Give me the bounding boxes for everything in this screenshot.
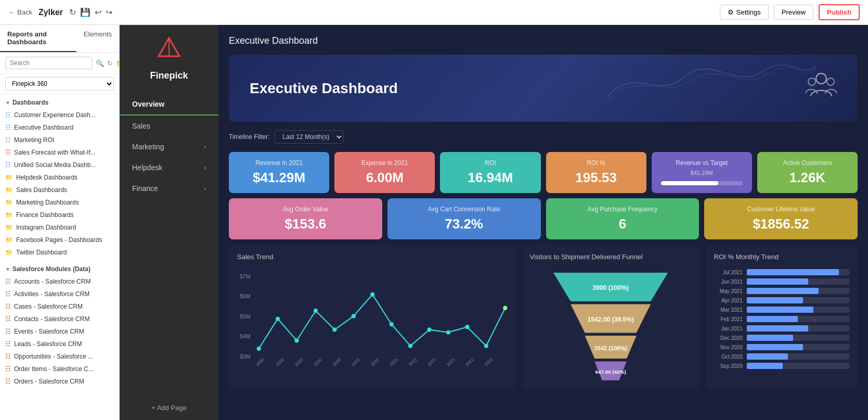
chevron-right-icon: › (204, 144, 206, 150)
undo-icon[interactable]: ↩ (95, 7, 101, 17)
nav-item-helpdesk[interactable]: Helpdesk › (120, 157, 218, 178)
back-button[interactable]: ← Back (8, 8, 32, 16)
nav-menu: Overview Sales Marketing › Helpdesk › Fi… (120, 94, 218, 396)
main-layout: Reports and Dashboards Elements 🔍 ↻ 📁 Fi… (0, 25, 868, 420)
list-item[interactable]: ☷ Activities - Salesforce CRM (0, 288, 119, 300)
redo-icon[interactable]: ↪ (106, 7, 112, 17)
svg-text:2021: 2021 (407, 357, 418, 367)
roi-bar-row: Feb 2021 (714, 316, 849, 322)
metric-card-revenue: Revenue in 2021 $41.29M (229, 152, 329, 193)
tree-section-dashboards: ▼ Dashboards (0, 96, 119, 109)
tree-folder-twitter[interactable]: 📁 Twitter Dashboard (0, 246, 119, 259)
svg-point-19 (332, 327, 336, 332)
tree-folder-helpdesk[interactable]: 📁 Helpdesk Dashboards (0, 171, 119, 184)
tree-folder-finance[interactable]: 📁 Finance Dashboards (0, 209, 119, 221)
roi-bar-row: Jun 2021 (714, 278, 849, 285)
table-icon: ☷ (5, 315, 11, 323)
tree-folder-instagram[interactable]: 📁 Instagram Dashboard (0, 221, 119, 234)
svg-point-3 (808, 78, 815, 85)
workspace-select[interactable]: Finepick 360 (5, 77, 114, 91)
sales-trend-chart-card: Sales Trend $7M $6M $5M $4M $3M (229, 245, 516, 390)
left-sidebar: Reports and Dashboards Elements 🔍 ↻ 📁 Fi… (0, 25, 120, 420)
save-icon[interactable]: 💾 (80, 7, 90, 17)
list-item[interactable]: ☷ Accounts - Salesforce CRM (0, 275, 119, 288)
main-content: Executive Dashboard Executive Dashboard (218, 25, 868, 420)
nav-item-finance[interactable]: Finance › (120, 178, 218, 199)
timeline-select[interactable]: Last 12 Month(s) (275, 130, 344, 144)
list-item[interactable]: ☷ Executive Dashboard (0, 121, 119, 134)
svg-text:2021: 2021 (445, 357, 456, 367)
table-icon: ☷ (5, 340, 11, 348)
list-item[interactable]: ☷ Opportunities - Salesforce ... (0, 350, 119, 363)
svg-text:$4M: $4M (240, 334, 250, 339)
svg-point-28 (503, 306, 507, 310)
roi-trend-title: ROI % Monthly Trend (714, 253, 849, 261)
funnel-body: 3900 (100%) 1542.00 (39.5%) 1542 (100%) … (529, 267, 692, 381)
svg-point-4 (827, 78, 834, 85)
svg-text:2020: 2020 (275, 357, 285, 367)
topbar-icons: ↻ 💾 ↩ ↪ (69, 7, 112, 17)
roi-bars: Jul 2021 Jun 2021 May 2021 Apr 2021 (714, 267, 849, 369)
svg-point-20 (352, 314, 356, 318)
svg-text:$5M: $5M (240, 314, 250, 320)
tab-reports-dashboards[interactable]: Reports and Dashboards (0, 25, 76, 52)
table-icon: ☷ (5, 365, 11, 373)
metric-card-active-customers: Active Customers 1.26K (757, 152, 858, 193)
sales-trend-body: $7M $6M $5M $4M $3M (237, 267, 508, 381)
list-item[interactable]: ☷ Cases - Salesforce CRM (0, 300, 119, 313)
svg-point-23 (408, 343, 412, 348)
tree-folder-marketing[interactable]: 📁 Marketing Dashboards (0, 196, 119, 209)
nav-item-sales[interactable]: Sales (120, 116, 218, 136)
roi-bar-row: Nov 2020 (714, 344, 849, 350)
roi-bar-track (747, 278, 849, 285)
table-icon: ☷ (5, 378, 11, 385)
progress-bar-fill (661, 181, 718, 185)
list-item[interactable]: ☷ Contacts - Salesforce CRM (0, 313, 119, 325)
preview-button[interactable]: Preview (774, 5, 813, 20)
tree-folder-sales[interactable]: 📁 Sales Dashboards (0, 184, 119, 196)
sales-trend-svg: $7M $6M $5M $4M $3M (237, 267, 508, 381)
list-item[interactable]: ☷ Marketing ROI (0, 134, 119, 146)
grid-icon: ☷ (5, 161, 11, 169)
list-item[interactable]: ☷ Order Items - Salesforce C... (0, 363, 119, 375)
metric-card-lifetime-value: Customer Lifetime Value $1856.52 (704, 198, 858, 239)
metrics-row-1: Revenue in 2021 $41.29M Expense in 2021 … (229, 152, 858, 193)
nav-item-overview[interactable]: Overview (120, 94, 218, 116)
sidebar-refresh-icon[interactable]: ↻ (107, 59, 113, 67)
topbar: ← Back Zylker ↻ 💾 ↩ ↪ ⚙ Settings Preview… (0, 0, 868, 25)
list-item[interactable]: ☷ Unified Social Media Dashb... (0, 159, 119, 171)
roi-bar-row: Dec 2020 (714, 335, 849, 341)
nav-item-marketing[interactable]: Marketing › (120, 136, 218, 157)
publish-button[interactable]: Publish (819, 4, 860, 20)
new-folder-icon[interactable]: 📁 (116, 59, 120, 67)
list-item[interactable]: ☷ Leads - Salesforce CRM (0, 338, 119, 350)
funnel-chart-card: Visitors to Shipment Delivered Funnel 39… (521, 245, 700, 390)
funnel-title: Visitors to Shipment Delivered Funnel (529, 253, 692, 261)
svg-point-16 (276, 316, 280, 321)
metric-card-cart-conversion: Avg Cart Conversion Rate 73.2% (387, 198, 541, 239)
svg-text:2021: 2021 (464, 357, 475, 367)
roi-bar-row: May 2021 (714, 288, 849, 294)
refresh-icon[interactable]: ↻ (69, 7, 76, 17)
svg-text:$7M: $7M (240, 274, 250, 279)
tree-folder-facebook[interactable]: 📁 Facebook Pages - Dashboards (0, 234, 119, 246)
folder-icon: 📁 (5, 249, 13, 256)
list-item[interactable]: ☷ Customer Experience Dash... (0, 109, 119, 121)
bar-chart-icon: ☶ (5, 149, 11, 156)
svg-point-21 (370, 292, 374, 297)
metrics-row-2: Avg Order Value $153.6 Avg Cart Conversi… (229, 198, 858, 239)
svg-point-25 (446, 330, 450, 334)
roi-bar-track (747, 363, 849, 369)
svg-point-18 (314, 309, 318, 313)
add-page-button[interactable]: + Add Page (143, 396, 195, 420)
sidebar-tree: ▼ Dashboards ☷ Customer Experience Dash.… (0, 94, 119, 420)
folder-icon: 📁 (5, 224, 13, 231)
list-item[interactable]: ☶ Sales Forecast with What-If... (0, 146, 119, 159)
nav-sidebar: Finepick Overview Sales Marketing › Help… (120, 25, 218, 420)
settings-button[interactable]: ⚙ Settings (720, 5, 769, 20)
list-item[interactable]: ☷ Orders - Salesforce CRM (0, 375, 119, 388)
list-item[interactable]: ☷ Events - Salesforce CRM (0, 325, 119, 338)
tab-elements[interactable]: Elements (76, 25, 119, 52)
search-input[interactable] (5, 57, 93, 69)
svg-text:2020: 2020 (255, 357, 265, 367)
